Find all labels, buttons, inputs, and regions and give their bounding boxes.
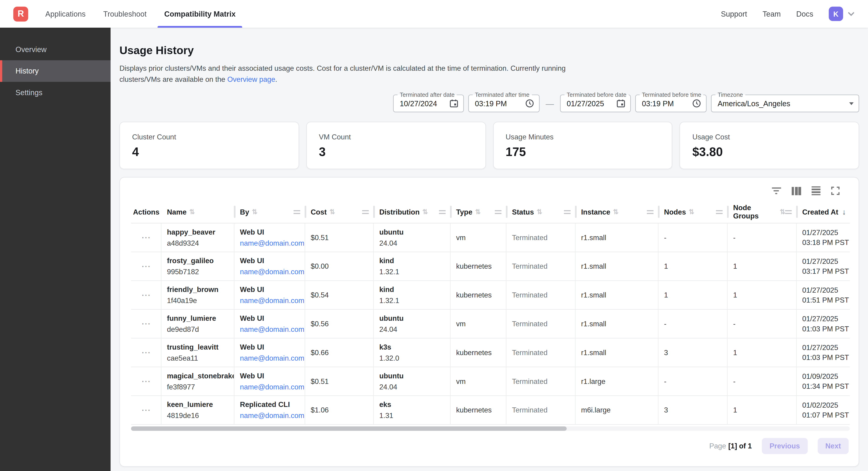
column-header-instance[interactable]: Instance⇅: [576, 201, 658, 223]
terminated-after-time-field[interactable]: Terminated after time 03:19 PM: [468, 94, 540, 112]
replicated-logo[interactable]: R: [13, 6, 28, 22]
column-header-distribution[interactable]: Distribution⇅: [374, 201, 451, 223]
top-navigation-bar: R Applications Troubleshoot Compatibilit…: [0, 0, 868, 28]
sort-desc-icon[interactable]: ↓: [842, 208, 846, 216]
user-email-link[interactable]: name@domain.com: [240, 268, 300, 276]
tab-compatibility-matrix[interactable]: Compatibility Matrix: [155, 0, 244, 28]
horizontal-scrollbar[interactable]: [131, 426, 850, 431]
column-header-status[interactable]: Status⇅: [506, 201, 576, 223]
by-cell: Replicated CLIname@domain.com: [235, 396, 305, 424]
overview-page-link[interactable]: Overview page: [227, 75, 275, 83]
sort-icon[interactable]: ⇅: [780, 208, 785, 216]
sort-icon[interactable]: ⇅: [189, 208, 195, 216]
cluster-id: 1f40a19e: [167, 296, 229, 305]
user-email-link[interactable]: name@domain.com: [240, 239, 300, 247]
docs-link[interactable]: Docs: [796, 10, 813, 18]
row-actions-button[interactable]: ⋯: [141, 292, 151, 298]
cost-cell: $0.56: [305, 310, 374, 338]
user-email-link[interactable]: name@domain.com: [240, 412, 300, 420]
column-menu-icon[interactable]: [293, 210, 300, 214]
terminated-before-time-field[interactable]: Terminated before time 03:19 PM: [636, 94, 707, 112]
terminated-after-date-field[interactable]: Terminated after date 10/27/2024: [393, 94, 464, 112]
column-menu-icon[interactable]: [564, 210, 570, 214]
clock-icon[interactable]: [692, 99, 701, 108]
row-actions-button[interactable]: ⋯: [141, 235, 151, 240]
support-link[interactable]: Support: [721, 10, 747, 18]
instance-cell: r1.small: [576, 310, 658, 338]
cost-cell: $1.06: [305, 396, 374, 424]
sort-icon[interactable]: ⇅: [613, 208, 619, 216]
stat-card-usage-cost: Usage Cost $3.80: [680, 122, 859, 169]
by-cell: Web UIname@domain.com: [235, 281, 305, 309]
timezone-select[interactable]: Timezone America/Los_Angeles: [711, 94, 859, 112]
row-actions-button[interactable]: ⋯: [141, 264, 151, 269]
fullscreen-icon[interactable]: [831, 186, 840, 195]
column-menu-icon[interactable]: [647, 210, 654, 214]
cluster-name: friendly_brown: [167, 285, 229, 294]
avatar[interactable]: K: [829, 7, 843, 21]
column-header-node-groups[interactable]: Node Groups⇅: [727, 201, 797, 223]
next-page-button[interactable]: Next: [817, 438, 849, 454]
user-email-link[interactable]: name@domain.com: [240, 325, 300, 333]
column-menu-icon[interactable]: [495, 210, 501, 214]
sort-icon[interactable]: ⇅: [537, 208, 542, 216]
tab-troubleshoot[interactable]: Troubleshoot: [94, 0, 155, 28]
row-actions-button[interactable]: ⋯: [141, 407, 151, 413]
status-badge: Terminated: [512, 320, 570, 328]
clock-icon[interactable]: [525, 99, 534, 108]
type-cell: kubernetes: [451, 281, 506, 309]
cluster-id: de9ed87d: [167, 325, 229, 333]
chevron-down-icon[interactable]: [847, 11, 855, 16]
cluster-name: keen_lumiere: [167, 401, 229, 409]
app-root: R Applications Troubleshoot Compatibilit…: [0, 0, 868, 471]
logo-letter: R: [18, 9, 24, 19]
row-actions-button[interactable]: ⋯: [141, 379, 151, 384]
cluster-id: fe3f8977: [167, 383, 229, 391]
column-menu-icon[interactable]: [785, 210, 792, 214]
sidebar-item-history[interactable]: History: [0, 60, 111, 82]
row-actions-button[interactable]: ⋯: [141, 321, 151, 326]
previous-page-button[interactable]: Previous: [762, 438, 808, 454]
status-badge: Terminated: [512, 377, 570, 385]
pagination: Page[1] of 1 Previous Next: [120, 438, 849, 454]
columns-icon[interactable]: [792, 187, 801, 195]
column-header-type[interactable]: Type⇅: [451, 201, 506, 223]
sort-icon[interactable]: ⇅: [330, 208, 335, 216]
column-header-created-at[interactable]: Created At↓: [797, 201, 849, 223]
column-header-nodes[interactable]: Nodes⇅: [658, 201, 727, 223]
node-groups-cell: 1: [727, 252, 797, 280]
terminated-before-date-field[interactable]: Terminated before date 01/27/2025: [560, 94, 631, 112]
user-email-link[interactable]: name@domain.com: [240, 354, 300, 362]
filter-icon[interactable]: [772, 187, 781, 194]
user-email-link[interactable]: name@domain.com: [240, 296, 300, 305]
calendar-icon[interactable]: [450, 99, 458, 108]
sort-icon[interactable]: ⇅: [252, 208, 257, 216]
sort-icon[interactable]: ⇅: [422, 208, 428, 216]
row-actions-button[interactable]: ⋯: [141, 350, 151, 355]
column-header-cost[interactable]: Cost⇅: [305, 201, 374, 223]
name-cell: frosty_galileo995b7182: [161, 252, 235, 280]
distribution-cell: ubuntu24.04: [374, 310, 451, 338]
sidebar-item-overview[interactable]: Overview: [0, 39, 111, 60]
account-menu[interactable]: K: [829, 7, 855, 21]
column-header-name[interactable]: Name⇅: [161, 201, 235, 223]
distribution-cell: ubuntu24.04: [374, 367, 451, 395]
status-badge: Terminated: [512, 348, 570, 357]
column-menu-icon[interactable]: [362, 210, 369, 214]
cost-cell: $0.00: [305, 252, 374, 280]
sort-icon[interactable]: ⇅: [475, 208, 481, 216]
sort-icon[interactable]: ⇅: [689, 208, 694, 216]
node-groups-cell: -: [727, 224, 797, 252]
column-header-by[interactable]: By⇅: [235, 201, 305, 223]
column-menu-icon[interactable]: [439, 210, 446, 214]
table-row: ⋯ frosty_galileo995b7182 Web UIname@doma…: [131, 252, 850, 281]
density-icon[interactable]: [812, 186, 820, 196]
team-link[interactable]: Team: [763, 10, 781, 18]
scrollbar-thumb[interactable]: [131, 426, 567, 431]
column-menu-icon[interactable]: [716, 210, 723, 214]
tab-applications[interactable]: Applications: [36, 0, 94, 28]
sidebar-item-settings[interactable]: Settings: [0, 82, 111, 104]
calendar-icon[interactable]: [616, 99, 625, 108]
user-email-link[interactable]: name@domain.com: [240, 383, 300, 391]
created-by-method: Web UI: [240, 372, 300, 380]
